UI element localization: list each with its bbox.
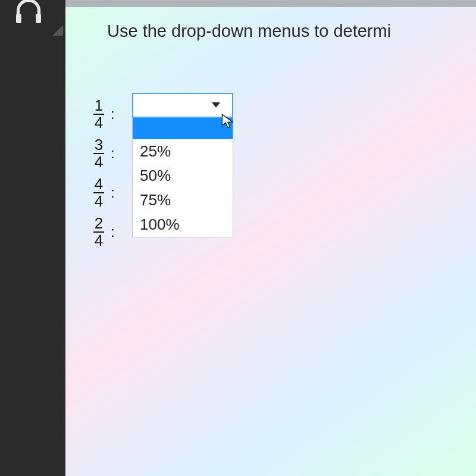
equation-row: 3 4 : — [90, 134, 120, 173]
dropdown-option[interactable]: 75% — [133, 188, 233, 212]
fraction-label: 1 4 — [90, 98, 107, 131]
top-band — [65, 0, 476, 7]
fraction-label: 2 4 — [90, 215, 107, 249]
dropdown-list: 25% 50% 75% 100% — [132, 118, 233, 237]
resize-handle-icon — [52, 25, 63, 36]
instruction-text: Use the drop-down menus to determi — [107, 21, 391, 41]
dropdown-option[interactable]: 100% — [133, 212, 233, 237]
equation-row: 2 4 : — [90, 213, 120, 251]
equation-row: 1 4 : — [90, 95, 120, 133]
headphones-icon[interactable] — [11, 0, 46, 24]
fraction-label: 4 4 — [90, 176, 107, 210]
fraction-label: 3 4 — [90, 137, 107, 171]
dropdown-header[interactable] — [132, 93, 233, 118]
colon-separator: : — [111, 184, 115, 201]
toolbar-sidebar — [0, 0, 65, 476]
dropdown-option[interactable]: 50% — [133, 164, 233, 188]
dropdown-option-blank[interactable] — [133, 118, 233, 139]
chevron-down-icon — [212, 102, 220, 108]
percent-dropdown[interactable]: 25% 50% 75% 100% — [132, 93, 233, 237]
exercise-block: 1 4 : 3 4 : 4 4 : 2 4 : — [90, 95, 120, 252]
colon-separator: : — [111, 224, 115, 240]
cursor-icon — [220, 112, 237, 131]
svg-rect-0 — [16, 14, 21, 23]
dropdown-option[interactable]: 25% — [133, 139, 233, 164]
equation-row: 4 4 : — [90, 174, 120, 212]
svg-rect-1 — [36, 14, 41, 23]
content-area: Use the drop-down menus to determi 1 4 :… — [65, 0, 476, 476]
colon-separator: : — [111, 106, 115, 123]
colon-separator: : — [111, 145, 115, 162]
